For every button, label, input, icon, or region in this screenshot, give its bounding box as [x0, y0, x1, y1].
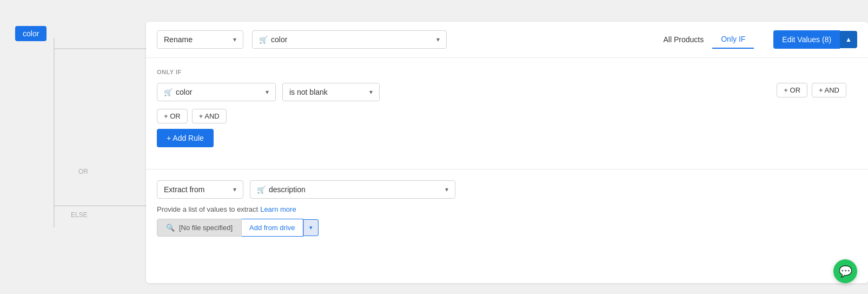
operator-chevron-icon: ▾ — [369, 88, 373, 96]
rename-chevron-icon: ▾ — [233, 36, 236, 43]
extract-from-chevron-icon: ▾ — [233, 186, 236, 193]
operator-label: is not blank — [289, 88, 328, 96]
panel-header: Rename ▾ 🛒 color ▾ All Products Only IF … — [146, 22, 868, 58]
main-container: color OR ELSE Rename ▾ 🛒 color ▾ All Pro… — [0, 0, 868, 294]
file-upload-row: 🔍 [No file specified] Add from drive ▾ — [157, 219, 857, 237]
right-and-button[interactable]: + AND — [812, 83, 846, 97]
section-divider — [146, 169, 868, 169]
no-file-label: [No file specified] — [179, 224, 233, 232]
main-panel: Rename ▾ 🛒 color ▾ All Products Only IF … — [146, 22, 868, 283]
condition-field-dropdown[interactable]: 🛒 color ▾ — [157, 83, 276, 101]
rename-label: Rename — [164, 35, 193, 44]
provide-text-row: Provide a list of values to extract Lear… — [157, 205, 857, 213]
right-or-and-group: + OR + AND — [777, 83, 846, 97]
or-button[interactable]: + OR — [157, 109, 188, 123]
condition-chevron-icon: ▾ — [266, 88, 269, 96]
rename-dropdown[interactable]: Rename ▾ — [157, 30, 243, 49]
only-if-section-label: ONLY IF — [157, 69, 857, 75]
add-from-drive-arrow-button[interactable]: ▾ — [303, 219, 319, 236]
edit-values-arrow-button[interactable]: ▲ — [840, 31, 857, 48]
else-row: Extract from ▾ 🛒 description ▾ — [157, 180, 857, 199]
add-from-drive-main-button[interactable]: Add from drive — [242, 219, 303, 237]
learn-more-link[interactable]: Learn more — [260, 205, 296, 213]
condition-row-container: 🛒 color ▾ is not blank ▾ + OR + AND — [157, 83, 857, 101]
add-rule-button[interactable]: + Add Rule — [157, 129, 214, 147]
extract-from-dropdown[interactable]: Extract from ▾ — [157, 180, 243, 199]
cart-icon-condition: 🛒 — [164, 88, 173, 96]
provide-text-label: Provide a list of values to extract — [157, 205, 258, 213]
panel-body: ONLY IF 🛒 color ▾ is not blank ▾ — [146, 58, 868, 158]
color-field-label: color — [271, 35, 287, 44]
description-field-dropdown[interactable]: 🛒 description ▾ — [250, 180, 455, 199]
cart-icon-description: 🛒 — [257, 186, 266, 194]
tab-group: All Products Only IF — [655, 30, 754, 49]
no-file-button[interactable]: 🔍 [No file specified] — [157, 219, 242, 237]
or-label: OR — [78, 168, 88, 175]
else-section: Extract from ▾ 🛒 description ▾ Provide a… — [146, 180, 868, 247]
color-field-dropdown[interactable]: 🛒 color ▾ — [252, 30, 447, 49]
tab-only-if[interactable]: Only IF — [712, 30, 754, 49]
tab-all-products[interactable]: All Products — [655, 31, 713, 48]
condition-row: 🛒 color ▾ is not blank ▾ — [157, 83, 857, 101]
and-button[interactable]: + AND — [192, 109, 227, 123]
cart-icon-header: 🛒 — [259, 36, 268, 44]
tree-lines-svg — [46, 32, 154, 260]
right-or-button[interactable]: + OR — [777, 83, 807, 97]
color-field-chevron-icon: ▾ — [436, 36, 440, 43]
operator-dropdown[interactable]: is not blank ▾ — [282, 83, 380, 101]
add-from-drive-button-group: Add from drive ▾ — [242, 219, 319, 237]
edit-values-main-button[interactable]: Edit Values (8) — [773, 30, 840, 49]
description-chevron-icon: ▾ — [445, 186, 448, 193]
extract-from-label: Extract from — [164, 185, 204, 194]
or-and-buttons-row: + OR + AND — [157, 109, 857, 123]
condition-field-label: color — [176, 88, 192, 96]
chat-icon: 💬 — [839, 265, 852, 278]
chat-bubble-button[interactable]: 💬 — [833, 259, 857, 283]
edit-values-button-group: Edit Values (8) ▲ — [773, 30, 857, 49]
else-label: ELSE — [71, 211, 88, 219]
color-tag[interactable]: color — [15, 26, 47, 41]
description-field-label: description — [269, 185, 306, 194]
search-icon: 🔍 — [166, 224, 175, 232]
